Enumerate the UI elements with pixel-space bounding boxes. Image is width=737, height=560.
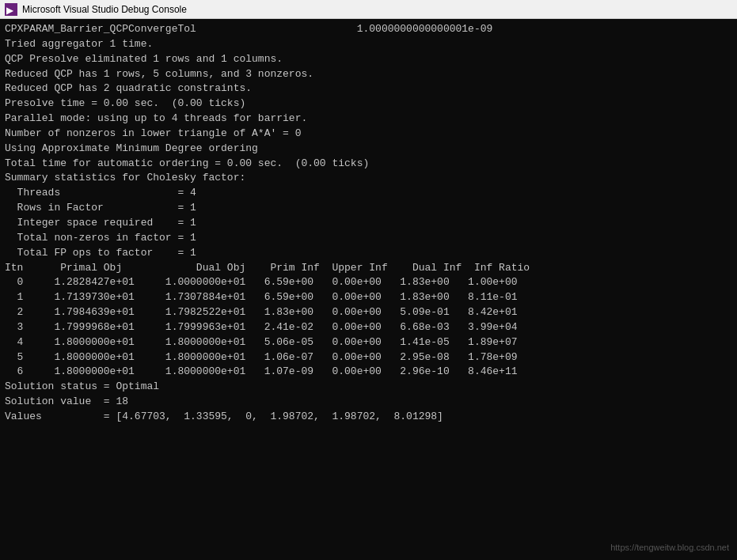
console-line: Parallel mode: using up to 4 threads for… (5, 112, 732, 127)
console-line: Reduced QCP has 1 rows, 5 columns, and 3… (5, 67, 732, 82)
console-line: Tried aggregator 1 time. (5, 37, 732, 52)
title-bar: ▶ Microsoft Visual Studio Debug Console (0, 0, 737, 19)
console-line: 2 1.7984639e+01 1.7982522e+01 1.83e+00 0… (5, 305, 732, 320)
console-line: Total FP ops to factor = 1 (5, 246, 732, 261)
console-line: QCP Presolve eliminated 1 rows and 1 col… (5, 52, 732, 67)
console-line: 0 1.2828427e+01 1.0000000e+01 6.59e+00 0… (5, 275, 732, 290)
console-line: Rows in Factor = 1 (5, 201, 732, 216)
console-line: 1 1.7139730e+01 1.7307884e+01 6.59e+00 0… (5, 290, 732, 305)
vs-icon: ▶ (5, 3, 17, 16)
console-line: Values = [4.67703, 1.33595, 0, 1.98702, … (5, 410, 732, 425)
console-line: 6 1.8000000e+01 1.8000000e+01 1.07e-09 0… (5, 365, 732, 380)
console-line: Presolve time = 0.00 sec. (0.00 ticks) (5, 96, 732, 112)
console-line: Number of nonzeros in lower triangle of … (5, 127, 732, 142)
console-line: Total time for automatic ordering = 0.00… (5, 157, 732, 172)
title-bar-text: Microsoft Visual Studio Debug Console (22, 4, 187, 15)
console-line: Using Approximate Minimum Degree orderin… (5, 142, 732, 157)
console-line: Total non-zeros in factor = 1 (5, 231, 732, 246)
console-line: Integer space required = 1 (5, 216, 732, 231)
console-line: Reduced QCP has 2 quadratic constraints. (5, 81, 732, 96)
console-body: CPXPARAM_Barrier_QCPConvergeTol 1.000000… (0, 19, 737, 560)
console-line: 5 1.8000000e+01 1.8000000e+01 1.06e-07 0… (5, 350, 732, 365)
watermark: https://tengweitw.blog.csdn.net (610, 543, 729, 552)
console-line: Threads = 4 (5, 186, 732, 201)
console-line: Solution value = 18 (5, 395, 732, 410)
console-line: Summary statistics for Cholesky factor: (5, 171, 732, 186)
console-line: Itn Primal Obj Dual Obj Prim Inf Upper I… (5, 261, 732, 276)
console-line: Solution status = Optimal (5, 380, 732, 395)
console-line: 3 1.7999968e+01 1.7999963e+01 2.41e-02 0… (5, 320, 732, 335)
console-line: 4 1.8000000e+01 1.8000000e+01 5.06e-05 0… (5, 335, 732, 350)
console-line: CPXPARAM_Barrier_QCPConvergeTol 1.000000… (5, 22, 732, 37)
